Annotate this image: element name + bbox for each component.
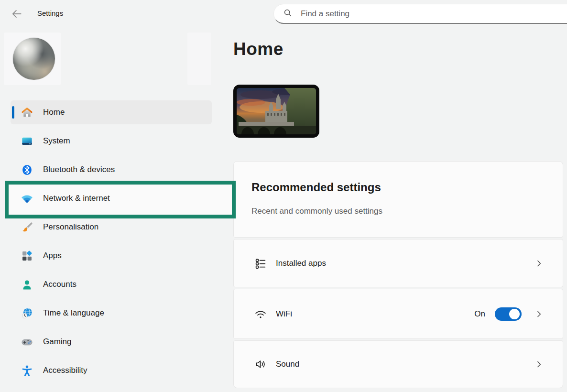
sound-row[interactable]: Sound bbox=[233, 340, 563, 388]
device-wallpaper-thumbnail[interactable] bbox=[233, 85, 319, 138]
user-avatar bbox=[13, 38, 55, 80]
main-content: Home bbox=[232, 29, 567, 392]
toggle-knob bbox=[509, 309, 520, 319]
page-title: Home bbox=[233, 39, 284, 59]
sidebar-item-accessibility[interactable]: Accessibility bbox=[11, 359, 212, 382]
recommended-settings-subtitle: Recent and commonly used settings bbox=[251, 207, 563, 216]
paintbrush-icon bbox=[20, 220, 33, 234]
wifi-toggle[interactable] bbox=[495, 307, 522, 321]
sidebar-item-home[interactable]: Home bbox=[11, 100, 212, 124]
chevron-right-icon bbox=[534, 259, 544, 268]
settings-window: Settings bbox=[0, 0, 567, 392]
sidebar-item-system[interactable]: System bbox=[11, 129, 212, 153]
sidebar-item-gaming[interactable]: Gaming bbox=[11, 330, 212, 354]
installed-apps-row[interactable]: Installed apps bbox=[233, 239, 563, 287]
speaker-icon bbox=[254, 358, 267, 371]
globe-clock-icon bbox=[20, 306, 33, 320]
sidebar: Home System bbox=[0, 29, 220, 392]
row-label: WiFi bbox=[276, 309, 474, 319]
installed-apps-icon bbox=[254, 257, 267, 270]
sidebar-item-network-internet[interactable]: Network & internet bbox=[11, 186, 212, 210]
sidebar-item-label: System bbox=[43, 136, 70, 146]
recommended-settings-card: Recommended settings Recent and commonly… bbox=[233, 161, 563, 238]
sidebar-item-accounts[interactable]: Accounts bbox=[11, 272, 212, 296]
sidebar-item-label: Network & internet bbox=[43, 194, 110, 203]
sidebar-item-time-language[interactable]: Time & language bbox=[11, 301, 212, 325]
app-title: Settings bbox=[37, 9, 63, 17]
bluetooth-icon bbox=[20, 163, 33, 176]
sidebar-item-label: Apps bbox=[43, 251, 62, 261]
placeholder-block bbox=[187, 33, 211, 85]
sidebar-item-bluetooth-devices[interactable]: Bluetooth & devices bbox=[11, 158, 212, 182]
sidebar-item-label: Bluetooth & devices bbox=[43, 165, 115, 174]
accessibility-icon bbox=[20, 364, 33, 377]
wifi-status-text: On bbox=[474, 309, 485, 319]
row-label: Installed apps bbox=[276, 259, 534, 268]
sidebar-nav: Home System bbox=[11, 100, 212, 387]
apps-icon bbox=[20, 249, 33, 262]
sidebar-item-label: Time & language bbox=[43, 308, 104, 318]
wifi-fan-icon bbox=[20, 192, 33, 205]
back-button[interactable] bbox=[10, 7, 24, 21]
search-icon bbox=[283, 8, 293, 20]
wifi-signal-icon bbox=[254, 307, 267, 321]
wifi-row[interactable]: WiFi On bbox=[233, 289, 563, 339]
sidebar-item-label: Accounts bbox=[43, 280, 76, 289]
back-arrow-icon bbox=[11, 14, 23, 22]
sidebar-item-label: Gaming bbox=[43, 337, 72, 347]
recommended-settings-title: Recommended settings bbox=[251, 181, 563, 194]
chevron-right-icon bbox=[534, 359, 544, 369]
gamepad-icon bbox=[20, 335, 33, 348]
chevron-right-icon bbox=[534, 309, 544, 319]
home-icon bbox=[20, 106, 33, 119]
sidebar-item-apps[interactable]: Apps bbox=[11, 244, 212, 268]
search-box[interactable] bbox=[273, 4, 567, 24]
sidebar-item-personalisation[interactable]: Personalisation bbox=[11, 215, 212, 239]
sidebar-item-label: Personalisation bbox=[43, 222, 98, 232]
sidebar-item-label: Home bbox=[43, 108, 65, 117]
system-icon bbox=[20, 134, 33, 148]
sidebar-item-label: Accessibility bbox=[43, 366, 87, 375]
person-icon bbox=[20, 278, 33, 291]
row-label: Sound bbox=[276, 359, 534, 369]
search-input[interactable] bbox=[300, 9, 531, 19]
